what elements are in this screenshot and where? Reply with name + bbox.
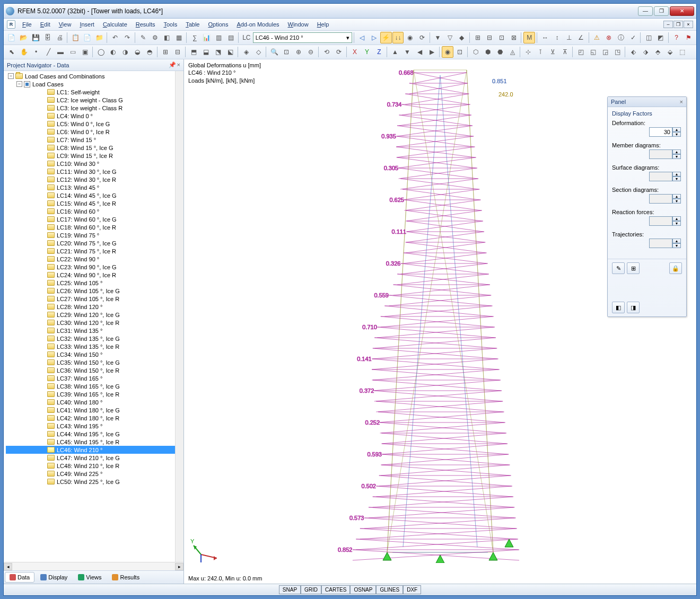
tree-item[interactable]: LC2: Ice weight - Class G: [6, 96, 175, 104]
expand-icon[interactable]: −: [16, 81, 22, 87]
surface-icon[interactable]: ▭: [67, 46, 78, 58]
check-icon[interactable]: ✓: [627, 32, 639, 43]
results-icon[interactable]: 📊: [201, 32, 213, 43]
tree-group[interactable]: − Load Cases: [6, 80, 175, 88]
mdi-close-button[interactable]: ×: [684, 21, 693, 28]
tree-item[interactable]: LC16: Wind 60 °: [6, 207, 175, 215]
print-icon[interactable]: 🖨: [54, 32, 66, 43]
tree-item[interactable]: LC7: Wind 15 °: [6, 136, 175, 144]
menu-help[interactable]: Help: [313, 20, 333, 29]
panel-settings-button[interactable]: ⊞: [627, 262, 640, 274]
axis-y-icon[interactable]: Y: [361, 46, 373, 58]
nav-tab-data[interactable]: Data: [5, 572, 34, 583]
viewport[interactable]: Global Deformations u [mm] LC46 : Wind 2…: [184, 59, 696, 584]
n1-icon[interactable]: ⊹: [522, 46, 534, 58]
tree-item[interactable]: LC24: Wind 90 °, Ice R: [6, 271, 175, 279]
project-icon[interactable]: 📁: [94, 32, 106, 43]
tree-item[interactable]: LC5: Wind 0 °, Ice G: [6, 120, 175, 128]
tree-item[interactable]: LC18: Wind 60 °, Ice R: [6, 223, 175, 231]
misc2-icon[interactable]: ⊟: [484, 32, 495, 43]
p5-icon[interactable]: ⬚: [676, 46, 688, 58]
tree-item[interactable]: LC30: Wind 120 °, Ice R: [6, 319, 175, 327]
ext-icon[interactable]: ◫: [643, 32, 654, 43]
loadcase-dropdown[interactable]: LC46 - Wind 210 °▾: [253, 32, 352, 43]
menu-window[interactable]: Window: [284, 20, 312, 29]
tree-item[interactable]: LC33: Wind 135 °, Ice R: [6, 342, 175, 350]
help-icon[interactable]: ?: [671, 32, 682, 43]
display-factors-panel[interactable]: Panel × Display Factors Deformation:▲▼Me…: [607, 96, 687, 317]
tree-item[interactable]: LC15: Wind 45 °, Ice R: [6, 199, 175, 207]
warn-icon[interactable]: ⚠: [591, 32, 603, 43]
panel-header[interactable]: Panel ×: [608, 97, 686, 107]
wire-icon[interactable]: ⊡: [454, 46, 466, 58]
v3-icon[interactable]: ◀: [414, 46, 425, 58]
tree-item[interactable]: LC26: Wind 105 °, Ice G: [6, 287, 175, 295]
navigator-tree[interactable]: − Load Cases and Combinations − Load Cas…: [4, 71, 175, 562]
menu-insert[interactable]: Insert: [76, 20, 98, 29]
save-icon[interactable]: 💾: [30, 32, 41, 43]
view4-icon[interactable]: ⬕: [224, 46, 236, 58]
menu-table[interactable]: Table: [182, 20, 203, 29]
flag-icon[interactable]: ⚑: [682, 32, 694, 43]
member-icon[interactable]: ▬: [55, 46, 66, 58]
tree-item[interactable]: LC22: Wind 90 °: [6, 255, 175, 263]
tool2-icon[interactable]: ⚙: [149, 32, 161, 43]
zoomfit-icon[interactable]: ⊡: [281, 46, 292, 58]
factor-input[interactable]: [649, 127, 672, 137]
menu-tools[interactable]: Tools: [160, 20, 181, 29]
view1-icon[interactable]: ⬒: [188, 46, 199, 58]
nav-tab-results[interactable]: Results: [107, 572, 144, 583]
n2-icon[interactable]: ⊺: [535, 46, 546, 58]
copy-icon[interactable]: 📋: [69, 32, 81, 43]
minimize-button[interactable]: —: [638, 6, 653, 16]
open-icon[interactable]: 📂: [18, 32, 30, 43]
tree-item[interactable]: LC12: Wind 30 °, Ice R: [6, 175, 175, 183]
tree-item[interactable]: LC43: Wind 195 °: [6, 422, 175, 430]
menu-options[interactable]: Options: [204, 20, 232, 29]
dim2-icon[interactable]: ↕: [552, 32, 563, 43]
rotate-icon[interactable]: ⟲: [321, 46, 332, 58]
render-icon[interactable]: ◉: [442, 46, 453, 58]
n4-icon[interactable]: ⊼: [559, 46, 571, 58]
info-icon[interactable]: ⓘ: [615, 32, 627, 43]
tree-item[interactable]: LC13: Wind 45 °: [6, 183, 175, 191]
tree-root[interactable]: − Load Cases and Combinations: [6, 72, 175, 80]
view2-icon[interactable]: ⬓: [200, 46, 212, 58]
o2-icon[interactable]: ◱: [587, 46, 599, 58]
tree-item[interactable]: LC29: Wind 120 °, Ice G: [6, 311, 175, 319]
line-icon[interactable]: ╱: [42, 46, 54, 58]
tree-item[interactable]: LC14: Wind 45 °, Ice G: [6, 191, 175, 199]
zoomin-icon[interactable]: ⊕: [293, 46, 304, 58]
factor-spinner[interactable]: ▲▼: [649, 127, 682, 137]
menu-view[interactable]: View: [55, 20, 75, 29]
m1-icon[interactable]: ⬡: [470, 46, 482, 58]
tree-item[interactable]: LC48: Wind 210 °, Ice R: [6, 462, 175, 470]
rotate2-icon[interactable]: ⟳: [333, 46, 345, 58]
tree-item[interactable]: LC42: Wind 180 °, Ice R: [6, 414, 175, 422]
spin-up-icon[interactable]: ▲: [672, 127, 681, 132]
tree-item[interactable]: LC17: Wind 60 °, Ice G: [6, 215, 175, 223]
loadcase-icon[interactable]: LC: [241, 32, 252, 43]
panel-lock-button[interactable]: 🔒: [669, 262, 682, 274]
panel-edit-button[interactable]: ✎: [612, 262, 625, 274]
tree-item[interactable]: LC20: Wind 75 °, Ice G: [6, 239, 175, 247]
navigator-scrollbar[interactable]: [175, 71, 183, 562]
table2-icon[interactable]: ▤: [225, 32, 237, 43]
dim4-icon[interactable]: ∠: [575, 32, 587, 43]
next-icon[interactable]: ▷: [368, 32, 380, 43]
n3-icon[interactable]: ⊻: [547, 46, 558, 58]
tree-item[interactable]: LC4: Wind 0 °: [6, 112, 175, 120]
panel-tab2-button[interactable]: ◨: [627, 302, 640, 313]
panel-close-icon[interactable]: ×: [680, 99, 683, 105]
p3-icon[interactable]: ⬘: [652, 46, 663, 58]
tree-item[interactable]: LC31: Wind 135 °: [6, 327, 175, 334]
tool4-icon[interactable]: ▦: [173, 32, 185, 43]
tree-item[interactable]: LC28: Wind 120 °: [6, 303, 175, 311]
tree-item[interactable]: LC38: Wind 165 °, Ice G: [6, 382, 175, 390]
status-glines[interactable]: GLINES: [376, 585, 403, 594]
p4-icon[interactable]: ⬙: [664, 46, 676, 58]
p2-icon[interactable]: ⬗: [640, 46, 651, 58]
spin-down-icon[interactable]: ▼: [672, 132, 681, 137]
m2-icon[interactable]: ⬢: [482, 46, 494, 58]
tool3-icon[interactable]: ◧: [161, 32, 173, 43]
